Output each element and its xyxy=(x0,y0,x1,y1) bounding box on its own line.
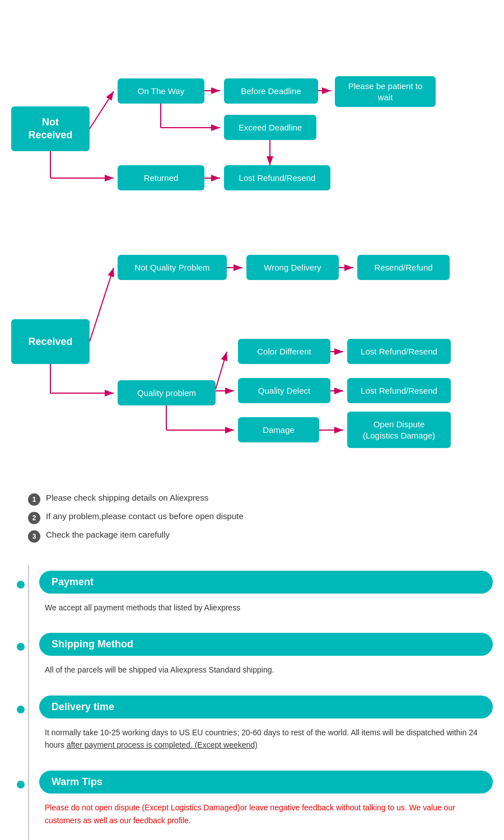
svg-line-16 xyxy=(216,352,227,389)
shipping-body: All of the parcels will be shipped via A… xyxy=(39,661,493,678)
svg-line-11 xyxy=(90,268,114,342)
shipping-header: Shipping Method xyxy=(39,633,493,656)
not-quality-box: Not Quality Problem xyxy=(118,255,227,280)
delivery-underline-text: after payment process is completed. (Exc… xyxy=(67,740,258,749)
received-flowchart: Received Not Quality Problem Wrong Deliv… xyxy=(0,230,504,482)
not-received-flowchart: Not Received On The Way Before Deadline … xyxy=(0,0,504,218)
returned-box: Returned xyxy=(118,165,204,190)
note-3: 3 Check the package item carefully xyxy=(28,530,476,543)
delivery-body: It normally take 10-25 working days to U… xyxy=(39,724,493,754)
payment-header: Payment xyxy=(39,571,493,594)
damage-box: Damage xyxy=(238,417,319,442)
note-1-text: Please check shipping details on Aliexpr… xyxy=(46,493,208,502)
note-2-text: If any problem,please contact us before … xyxy=(46,511,244,521)
info-wrapper: Payment We accept all payment methods th… xyxy=(0,565,504,840)
exceed-deadline-box: Exceed Deadline xyxy=(224,115,316,140)
quality-defect-box: Quality Delect xyxy=(238,378,330,403)
lost-refund-defect-box: Lost Refund/Resend xyxy=(347,378,451,403)
before-deadline-box: Before Deadline xyxy=(224,78,318,104)
not-received-box: Not Received xyxy=(11,106,90,151)
shipping-block: Shipping Method All of the parcels will … xyxy=(22,633,493,678)
delivery-header: Delivery time xyxy=(39,696,493,718)
note-2-number: 2 xyxy=(28,512,40,524)
note-3-number: 3 xyxy=(28,530,40,543)
svg-line-1 xyxy=(90,91,114,129)
received-flow-container: Received Not Quality Problem Wrong Deliv… xyxy=(11,230,493,470)
warm-tips-body: Please do not open dispute (Except Logis… xyxy=(39,799,493,830)
note-1-number: 1 xyxy=(28,493,40,506)
lost-refund-color-box: Lost Refund/Resend xyxy=(347,339,451,364)
note-3-text: Check the package item carefully xyxy=(46,530,170,539)
note-2: 2 If any problem,please contact us befor… xyxy=(28,511,476,524)
open-dispute-box: Open Dispute (Logistics Damage) xyxy=(347,412,451,448)
patient-box: Please be patient to wait xyxy=(335,76,436,107)
payment-body: We accept all payment methods that liste… xyxy=(39,599,493,616)
notes-section: 1 Please check shipping details on Aliex… xyxy=(0,482,504,565)
warm-tips-header: Warm Tips xyxy=(39,771,493,794)
payment-block: Payment We accept all payment methods th… xyxy=(22,571,493,616)
wrong-delivery-box: Wrong Delivery xyxy=(246,255,339,280)
quality-problem-box: Quality problem xyxy=(118,380,216,405)
lost-refund-box-1: Lost Refund/Resend xyxy=(224,165,330,190)
delivery-block: Delivery time It normally take 10-25 wor… xyxy=(22,696,493,754)
resend-refund-box: Resend/Refund xyxy=(357,255,450,280)
warm-tips-block: Warm Tips Please do not open dispute (Ex… xyxy=(22,771,493,830)
color-different-box: Color Different xyxy=(238,339,330,364)
note-1: 1 Please check shipping details on Aliex… xyxy=(28,493,476,506)
received-box: Received xyxy=(11,319,90,364)
on-the-way-box: On The Way xyxy=(118,78,204,104)
